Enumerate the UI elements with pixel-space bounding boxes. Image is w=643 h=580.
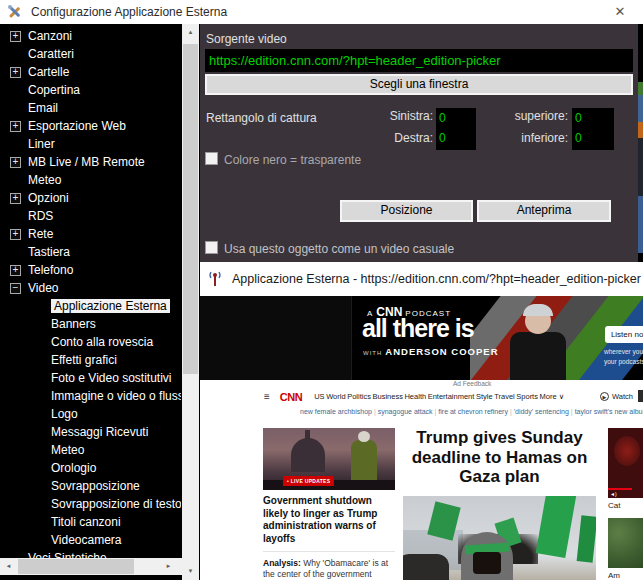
nav-item[interactable]: Politics [347,392,371,401]
tree-item[interactable]: Tastiera [0,243,181,261]
tree-item[interactable]: Titoli canzoni [0,513,181,531]
nav-item[interactable]: Health [404,392,426,401]
tree-item[interactable]: RDS [0,207,181,225]
tree-item[interactable]: Email [0,99,181,117]
left-story-headline[interactable]: Government shutdown likely to linger as … [263,495,395,545]
listen-now-button[interactable]: Listen now [605,326,643,343]
preview-button[interactable]: Anteprima [477,200,611,222]
tree-item[interactable]: Applicazione Esterna [0,297,181,315]
nav-item[interactable]: Entertainment [428,392,475,401]
horizontal-scroll-thumb[interactable] [18,559,134,574]
menu-icon[interactable]: ≡ [264,391,270,402]
tree-item-label[interactable]: Video [28,281,58,295]
tree-item-label[interactable]: Immagine o video o flusso [51,389,181,403]
tree-item-label[interactable]: Meteo [28,173,61,187]
position-button[interactable]: Posizione [340,200,473,222]
tree-item[interactable]: Liner [0,135,181,153]
expand-icon[interactable]: − [10,283,21,294]
tree-item-label[interactable]: RDS [28,209,53,223]
tree-item[interactable]: + Canzoni [0,27,181,45]
tree-item[interactable]: − Video [0,279,181,297]
tree-item-label[interactable]: Liner [28,137,55,151]
trees-photo[interactable] [608,518,643,568]
tree-item[interactable]: Meteo [0,171,181,189]
tree-item-label[interactable]: Logo [51,407,78,421]
tree-item-label[interactable]: Orologio [51,461,96,475]
expand-icon[interactable]: + [10,67,21,78]
video-url-input[interactable] [205,49,633,72]
tree-item[interactable]: Copertina [0,81,181,99]
tree-item[interactable]: Foto e Video sostitutivi [0,369,181,387]
expand-icon[interactable]: + [10,31,21,42]
tree-item-label[interactable]: Caratteri [28,47,74,61]
tree-item[interactable]: Videocamera [0,531,181,549]
tree-item[interactable]: + Cartelle [0,63,181,81]
trending-link[interactable]: fire at chevron refinery [433,408,508,415]
scroll-down-icon[interactable]: ▼ [182,563,199,580]
tree-item[interactable]: Conto alla rovescia [0,333,181,351]
capitol-photo[interactable]: • LIVE UPDATES [263,428,395,490]
tree-item-label[interactable]: Rete [28,227,53,241]
tree-item-label[interactable]: Esportazione Web [28,119,126,133]
video-thumbnail[interactable]: ◄) [608,428,643,498]
tree-item-label[interactable]: Conto alla rovescia [51,335,153,349]
nav-item[interactable]: Business [372,392,402,401]
scroll-right-icon[interactable]: ► [160,558,177,575]
scroll-left-icon[interactable]: ◄ [0,558,17,575]
tree-item-label[interactable]: Banners [51,317,96,331]
tree-item-label[interactable]: Cartelle [28,65,69,79]
capture-right-input[interactable] [436,128,476,148]
analysis-link[interactable]: Analysis: Why 'Obamacare' is at the cent… [263,558,395,580]
tree-item-label[interactable]: Sovrapposizione [51,479,140,493]
tree-item[interactable]: Meteo [0,441,181,459]
tree-item[interactable]: Logo [0,405,181,423]
tree-item[interactable]: Effetti grafici [0,351,181,369]
expand-icon[interactable]: + [10,121,21,132]
tree-item-label[interactable]: Videocamera [51,533,122,547]
tree-item-label[interactable]: Telefono [28,263,73,277]
expand-icon[interactable]: + [10,157,21,168]
tree-item[interactable]: Banners [0,315,181,333]
tree-item-label[interactable]: MB Live / MB Remote [28,155,145,169]
close-icon[interactable]: ✕ [609,1,631,23]
tree-item-label[interactable]: Sovrapposizione di testo [51,497,181,511]
capture-top-input[interactable] [572,108,614,128]
tree-item-label[interactable]: Applicazione Esterna [51,299,170,313]
nav-item[interactable]: Travel [494,392,515,401]
trending-link[interactable]: taylor swift's new album [569,408,643,415]
tree-item[interactable]: Caratteri [0,45,181,63]
choose-window-button[interactable]: Scegli una finestra [205,74,633,95]
tree-item[interactable]: + Rete [0,225,181,243]
nav-item[interactable]: US [314,392,324,401]
tree-item[interactable]: + Telefono [0,261,181,279]
tree-item-label[interactable]: Foto e Video sostitutivi [51,371,172,385]
right-caption-1[interactable]: Cat [608,501,643,510]
tree-item-label[interactable]: Messaggi Ricevuti [51,425,148,439]
tree-item-label[interactable]: Opzioni [28,191,69,205]
capture-left-input[interactable] [436,108,476,128]
tree-item[interactable]: + Esportazione Web [0,117,181,135]
trending-link[interactable]: 'diddy' sentencing [508,408,569,415]
tree-item[interactable]: Messaggi Ricevuti [0,423,181,441]
main-headline[interactable]: Trump gives Sunday deadline to Hamas on … [403,428,596,487]
nav-item[interactable]: More ∨ [540,392,565,401]
expand-icon[interactable]: + [10,265,21,276]
tree-item-label[interactable]: Meteo [51,443,84,457]
trending-link[interactable]: synagogue attack [372,408,433,415]
tree-vertical-scrollbar[interactable]: ▲ ▼ [182,24,199,580]
expand-icon[interactable]: + [10,229,21,240]
tree-item-label[interactable]: Copertina [28,83,80,97]
tree-item-label[interactable]: Email [28,101,58,115]
nav-item[interactable]: Style [476,392,493,401]
cnn-logo[interactable]: CNN [280,391,302,403]
right-caption-2[interactable]: Am [608,571,643,580]
tree-item[interactable]: Orologio [0,459,181,477]
watch-link[interactable]: ▶Watch [600,392,633,401]
tree-item-label[interactable]: Canzoni [28,29,72,43]
trending-link[interactable]: new female archbishop [300,408,372,415]
tree-item[interactable]: Sovrapposizione di testo [0,495,181,513]
tree-item[interactable]: + MB Live / MB Remote [0,153,181,171]
hamas-rally-photo[interactable] [403,496,596,580]
vertical-scroll-thumb[interactable] [183,44,198,374]
nav-item[interactable]: Sports [516,392,538,401]
